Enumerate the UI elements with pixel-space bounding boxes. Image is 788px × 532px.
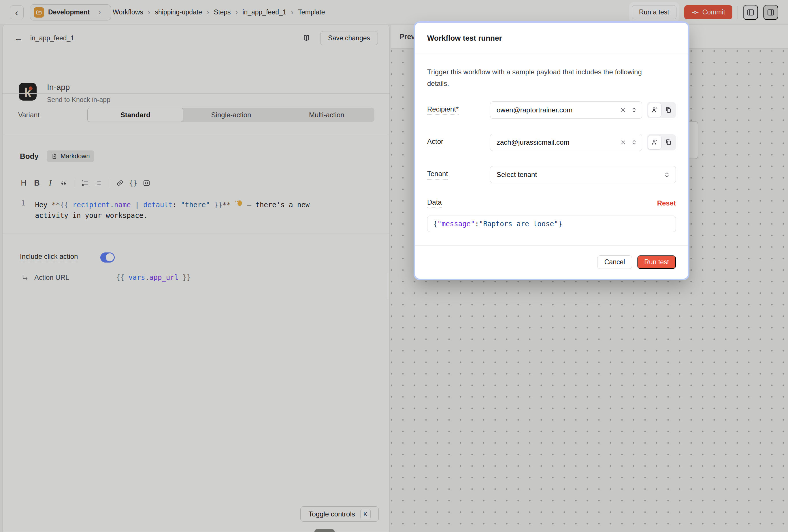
select-user-button[interactable] — [648, 103, 662, 117]
recipient-label: Recipient* — [427, 105, 490, 115]
clear-x-icon[interactable] — [620, 107, 626, 113]
recipient-mode-group — [647, 102, 676, 118]
tenant-label: Tenant — [427, 170, 490, 180]
modal-description: Trigger this workflow with a sample payl… — [427, 66, 652, 89]
reset-link[interactable]: Reset — [657, 199, 676, 207]
cancel-button[interactable]: Cancel — [597, 255, 632, 269]
data-label: Data — [427, 198, 490, 208]
recipient-field-row: Recipient* owen@raptortrainer.com — [427, 101, 676, 119]
data-json-input[interactable]: {"message": "Raptors are loose"} — [427, 216, 676, 232]
actor-value[interactable]: zach@jurassicmail.com — [497, 138, 615, 146]
modal-footer: Cancel Run test — [415, 245, 688, 279]
actor-mode-group — [647, 134, 676, 151]
clear-x-icon[interactable] — [620, 139, 626, 145]
chevron-updown-icon[interactable] — [631, 139, 637, 145]
tenant-select[interactable]: Select tenant — [490, 166, 676, 183]
data-section-header: Data Reset — [427, 198, 676, 208]
json-copy-button[interactable] — [662, 135, 675, 150]
modal-title: Workflow test runner — [427, 34, 502, 43]
chevron-updown-icon[interactable] — [631, 107, 637, 113]
chevron-updown-icon — [664, 171, 670, 178]
actor-combobox[interactable]: zach@jurassicmail.com — [490, 134, 642, 151]
select-user-button[interactable] — [648, 135, 662, 150]
tenant-placeholder: Select tenant — [497, 171, 537, 179]
recipient-combobox[interactable]: owen@raptortrainer.com — [490, 101, 642, 119]
actor-field-row: Actor zach@jurassicmail.com — [427, 134, 676, 151]
actor-label: Actor — [427, 137, 490, 147]
workflow-test-runner-modal: Workflow test runner Trigger this workfl… — [415, 23, 688, 279]
recipient-value[interactable]: owen@raptortrainer.com — [497, 106, 615, 114]
json-copy-button[interactable] — [662, 103, 675, 117]
run-test-button[interactable]: Run test — [637, 255, 676, 269]
tenant-field-row: Tenant Select tenant — [427, 166, 676, 183]
